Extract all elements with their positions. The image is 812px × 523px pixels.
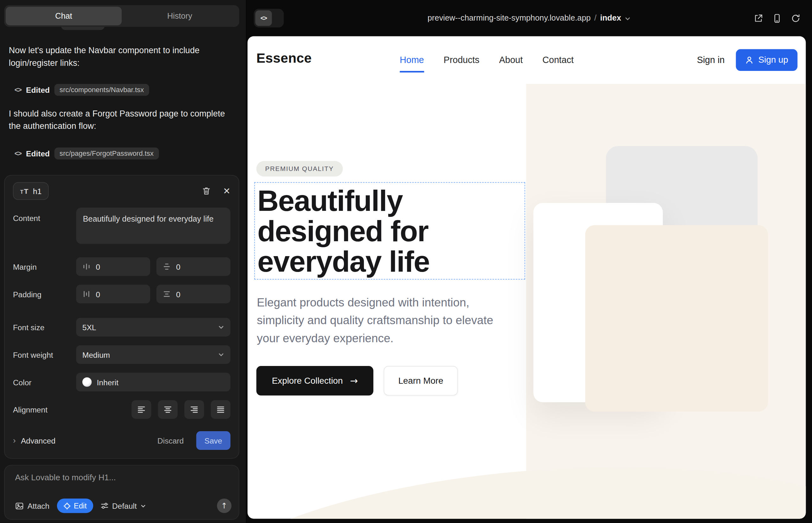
alignment-label: Alignment	[13, 405, 76, 414]
chevron-down-icon	[218, 324, 224, 330]
arrow-right-icon: →	[350, 376, 358, 386]
align-right-icon	[190, 405, 198, 413]
chat-message: I should also create a Forgot Password p…	[9, 108, 230, 132]
attach-label: Attach	[28, 502, 50, 510]
nav-link-contact[interactable]: Contact	[543, 55, 574, 66]
margin-vertical-field[interactable]	[156, 257, 231, 276]
tab-history[interactable]: History	[122, 7, 237, 25]
site-logo[interactable]: Essence	[256, 50, 312, 67]
color-swatch-icon	[82, 377, 91, 386]
selected-tag: h1	[33, 186, 41, 195]
margin-horizontal-input[interactable]	[96, 262, 144, 271]
content-label: Content	[13, 208, 76, 222]
editor-header: TT h1 ✕	[13, 182, 231, 200]
send-button[interactable]: ↑	[217, 499, 231, 513]
padding-vertical-field[interactable]	[156, 285, 231, 303]
margin-horizontal-field[interactable]	[76, 257, 150, 276]
padding-horizontal-icon	[82, 290, 91, 298]
model-default-select[interactable]: Default	[100, 502, 146, 510]
explore-collection-button[interactable]: Explore Collection →	[256, 366, 373, 395]
chat-message: Now let's update the Navbar component to…	[9, 44, 230, 69]
mobile-view-button[interactable]	[772, 13, 782, 23]
open-in-new-tab-button[interactable]	[754, 13, 763, 23]
user-icon	[745, 56, 754, 64]
attach-button[interactable]: Attach	[15, 502, 49, 510]
close-editor-button[interactable]: ✕	[223, 186, 230, 196]
sliders-icon	[100, 502, 108, 510]
url-separator: /	[595, 14, 597, 23]
trash-icon	[202, 186, 211, 196]
edited-file-row: <> Edited src/pages/ForgotPassword.tsx	[15, 147, 159, 161]
learn-more-button[interactable]: Learn More	[384, 366, 458, 395]
composer-input[interactable]	[15, 473, 231, 490]
lovable-chat-panel: Chat History Now let's update the Navbar…	[0, 0, 246, 523]
sign-up-label: Sign up	[758, 55, 788, 65]
url-bar[interactable]: preview--charming-site-symphony.lovable.…	[246, 0, 812, 36]
sign-up-button[interactable]: Sign up	[736, 49, 797, 71]
font-size-select[interactable]: 5XL	[76, 318, 230, 337]
advanced-label: Advanced	[21, 436, 55, 445]
mobile-device-icon	[772, 13, 782, 23]
edited-label: Edited	[26, 86, 50, 94]
nav-link-products[interactable]: Products	[444, 55, 479, 66]
edit-label: Edit	[74, 502, 87, 510]
margin-vertical-input[interactable]	[176, 262, 224, 271]
align-left-button[interactable]	[131, 400, 151, 419]
color-label: Color	[13, 378, 76, 386]
save-button[interactable]: Save	[196, 431, 230, 450]
color-value: Inherit	[97, 378, 119, 386]
align-left-icon	[137, 405, 145, 413]
app-window: Chat History Now let's update the Navbar…	[0, 0, 812, 523]
align-center-icon	[164, 405, 172, 413]
file-chip-navbar[interactable]: src/components/Navbar.tsx	[54, 84, 149, 96]
hero-cta-group: Explore Collection → Learn More	[256, 366, 458, 395]
padding-vertical-icon	[162, 290, 171, 298]
selected-element-pill[interactable]: TT h1	[13, 182, 49, 200]
external-link-icon	[754, 13, 763, 23]
edited-label: Edited	[26, 149, 50, 158]
align-justify-button[interactable]	[211, 400, 231, 419]
site-nav-links: Home Products About Contact	[400, 36, 573, 84]
file-chip-forgot-password[interactable]: src/pages/ForgotPassword.tsx	[54, 147, 159, 160]
code-icon: <>	[15, 86, 21, 94]
edit-mode-button[interactable]: Edit	[57, 499, 93, 513]
tab-chat[interactable]: Chat	[6, 7, 122, 25]
chat-composer: Attach Edit Default ↑	[4, 465, 239, 520]
nav-link-home[interactable]: Home	[400, 55, 424, 66]
padding-label: Padding	[13, 290, 76, 299]
discard-button[interactable]: Discard	[157, 436, 184, 445]
content-input[interactable]: Beautifully designed for everyday life	[76, 208, 230, 244]
padding-horizontal-field[interactable]	[76, 285, 150, 303]
site-preview-frame: Essence Home Products About Contact Sign…	[248, 36, 806, 519]
chat-history-tabs: Chat History	[4, 5, 239, 27]
chevron-down-icon	[218, 351, 224, 358]
sign-in-link[interactable]: Sign in	[697, 55, 725, 66]
font-weight-select[interactable]: Medium	[76, 345, 230, 364]
delete-element-button[interactable]	[202, 186, 211, 196]
hero-heading[interactable]: Beautifully designed for everyday life	[258, 185, 464, 277]
color-select[interactable]: Inherit	[76, 373, 230, 391]
font-weight-label: Font weight	[13, 350, 76, 359]
edited-file-row: <> Edited src/components/Navbar.tsx	[15, 83, 149, 97]
align-center-button[interactable]	[158, 400, 178, 419]
advanced-toggle[interactable]: › Advanced	[13, 436, 55, 445]
font-size-label: Font size	[13, 323, 76, 332]
explore-collection-label: Explore Collection	[272, 376, 343, 386]
code-icon: <>	[15, 150, 21, 158]
padding-horizontal-input[interactable]	[96, 290, 144, 299]
image-attach-icon	[15, 502, 24, 510]
margin-horizontal-icon	[82, 263, 91, 271]
chevron-down-icon	[625, 16, 631, 22]
premium-quality-badge: PREMIUM QUALITY	[256, 161, 342, 177]
text-size-icon: TT	[20, 187, 29, 195]
chevron-down-icon	[140, 503, 146, 509]
preview-topbar: <> preview--charming-site-symphony.lovab…	[246, 0, 812, 36]
align-right-button[interactable]	[184, 400, 204, 419]
padding-vertical-input[interactable]	[176, 290, 224, 299]
nav-link-about[interactable]: About	[499, 55, 523, 66]
hero-paragraph: Elegant products designed with intention…	[257, 294, 500, 348]
site-navbar: Essence Home Products About Contact Sign…	[248, 36, 806, 84]
refresh-button[interactable]	[791, 13, 800, 23]
url-page: index	[600, 14, 621, 23]
refresh-icon	[791, 13, 800, 23]
